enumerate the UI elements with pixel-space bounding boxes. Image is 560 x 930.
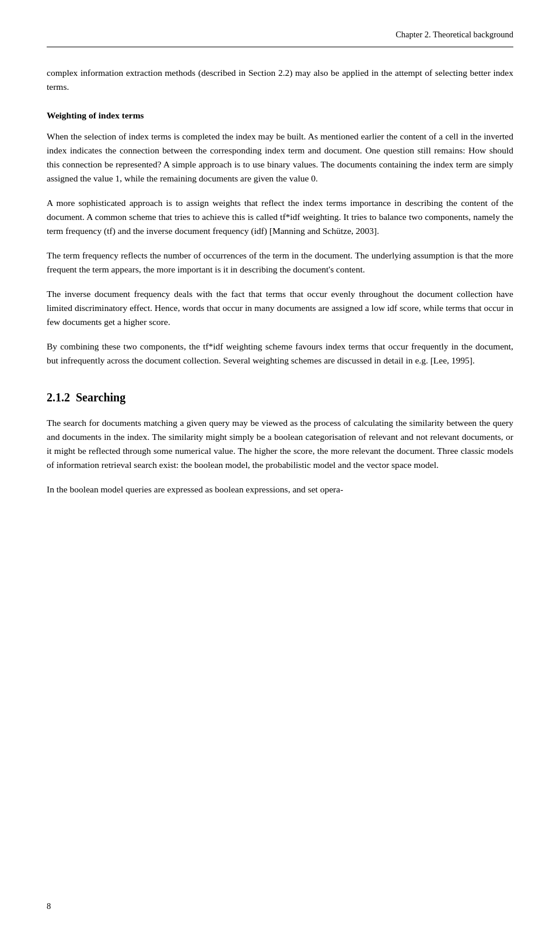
paragraph-idf: The inverse document frequency deals wit… <box>47 287 513 329</box>
paragraph-boolean-text: In the boolean model queries are express… <box>47 484 343 494</box>
paragraph-combining: By combining these two components, the t… <box>47 340 513 368</box>
paragraph-termfreq-text: The term frequency reflects the number o… <box>47 250 513 274</box>
chapter-header: Chapter 2. Theoretical background <box>47 28 513 47</box>
paragraph-weighting-text: When the selection of index terms is com… <box>47 131 513 183</box>
paragraph-weighting: When the selection of index terms is com… <box>47 130 513 186</box>
section-heading-text: Weighting of index terms <box>47 110 144 120</box>
page-number-text: 8 <box>47 901 51 911</box>
main-content: complex information extraction methods (… <box>47 66 513 496</box>
paragraph-idf-text: The inverse document frequency deals wit… <box>47 289 513 327</box>
section-heading-weighting: Weighting of index terms <box>47 109 513 123</box>
paragraph-intro: complex information extraction methods (… <box>47 66 513 94</box>
subsection-title: Searching <box>76 391 125 404</box>
header-text: Chapter 2. Theoretical background <box>396 30 513 39</box>
subsection-heading-searching: 2.1.2 Searching <box>47 389 513 407</box>
paragraph-tfidf: A more sophisticated approach is to assi… <box>47 196 513 238</box>
page: Chapter 2. Theoretical background comple… <box>0 0 560 930</box>
paragraph-combining-text: By combining these two components, the t… <box>47 341 513 365</box>
paragraph-termfreq: The term frequency reflects the number o… <box>47 249 513 277</box>
paragraph-tfidf-text: A more sophisticated approach is to assi… <box>47 198 513 236</box>
page-number: 8 <box>47 900 51 912</box>
paragraph-searching-text: The search for documents matching a give… <box>47 418 513 470</box>
subsection-number: 2.1.2 <box>47 391 70 404</box>
paragraph-searching: The search for documents matching a give… <box>47 416 513 472</box>
paragraph-intro-text: complex information extraction methods (… <box>47 68 513 92</box>
paragraph-boolean: In the boolean model queries are express… <box>47 483 513 497</box>
